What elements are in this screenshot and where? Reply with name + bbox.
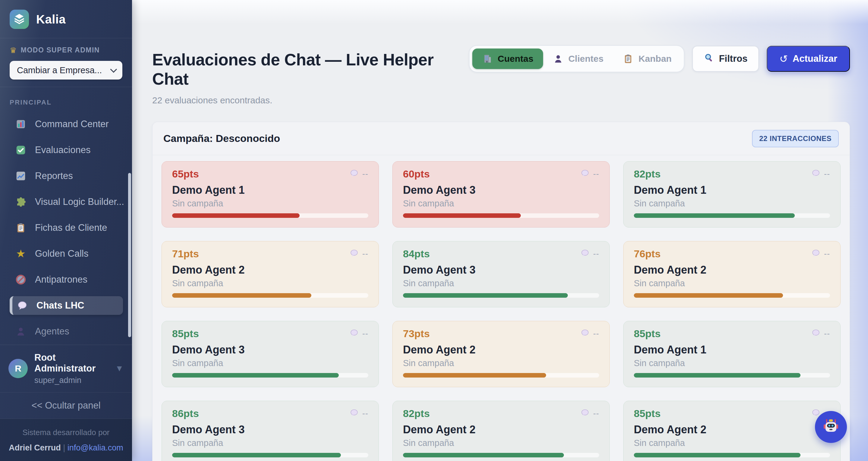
card-top: 82pts--	[403, 408, 599, 419]
evaluation-card[interactable]: 85pts--Demo Agent 1Sin campaña	[623, 321, 841, 387]
agent-name: Demo Agent 3	[172, 343, 368, 356]
chat-meta: --	[362, 409, 368, 418]
score-bar	[634, 453, 830, 457]
sidebar-item-label: Command Center	[35, 119, 109, 129]
puzzle-icon	[14, 195, 27, 208]
user-meta: Root Administrator super_admin	[34, 352, 108, 385]
sidebar-item-antipatrones[interactable]: Antipatrones	[10, 270, 123, 289]
chat-meta: --	[824, 329, 830, 338]
user-role: super_admin	[34, 376, 108, 385]
evaluation-card[interactable]: 85pts--Demo Agent 2Sin campaña	[623, 401, 841, 461]
campaign-panel: Campaña: Desconocido 22 INTERACCIONES 65…	[152, 122, 850, 461]
evaluation-card[interactable]: 73pts--Demo Agent 2Sin campaña	[393, 321, 610, 387]
sidebar-footer: Sistema desarrollado por Adriel Cerrud |…	[0, 419, 132, 461]
evaluation-cards-grid: 65pts--Demo Agent 1Sin campaña60pts--Dem…	[153, 155, 849, 461]
sidebar-item-chats-lhc[interactable]: Chats LHC	[10, 296, 123, 315]
sidebar-item-golden-calls[interactable]: ★Golden Calls	[10, 244, 123, 263]
evaluation-card[interactable]: 71pts--Demo Agent 2Sin campaña	[161, 241, 379, 307]
developer-name: Adriel Cerrud	[9, 443, 61, 452]
brand: Kalia	[0, 0, 132, 38]
evaluation-card[interactable]: 60pts--Demo Agent 3Sin campaña	[393, 161, 610, 227]
sidebar-item-label: Golden Calls	[35, 248, 88, 259]
campaign-title: Campaña: Desconocido	[163, 132, 280, 144]
sidebar-item-fichas-de-cliente[interactable]: Fichas de Cliente	[10, 218, 123, 237]
footer-separator: |	[63, 443, 65, 452]
chat-meta: --	[824, 169, 830, 179]
crown-icon: ♛	[10, 47, 17, 54]
card-meta: --	[581, 169, 599, 179]
sidebar-item-command-center[interactable]: Command Center	[10, 115, 123, 133]
refresh-icon: ↺	[779, 53, 788, 65]
score-bar	[172, 453, 368, 457]
super-admin-label: ♛ MODO SUPER ADMIN	[10, 46, 122, 54]
sidebar-item-visual-logic-builder[interactable]: Visual Logic Builder...	[10, 192, 123, 211]
evaluation-card[interactable]: 85pts--Demo Agent 3Sin campaña	[161, 321, 379, 387]
card-top: 85pts--	[634, 328, 830, 339]
chat-bubble-icon	[581, 169, 590, 179]
chat-bubble-icon	[350, 329, 359, 339]
agent-name: Demo Agent 3	[403, 184, 599, 196]
section-label-principal: PRINCIPAL	[10, 98, 123, 106]
score-bar-fill	[634, 293, 783, 298]
tab-kanban[interactable]: Kanban	[613, 49, 681, 69]
campaign-panel-header: Campaña: Desconocido 22 INTERACCIONES	[153, 122, 849, 155]
sidebar-item-label: Evaluaciones	[35, 145, 90, 155]
collapse-panel-button[interactable]: << Ocultar panel	[0, 392, 132, 419]
robot-fab[interactable]	[815, 411, 847, 443]
sidebar-item-label: Chats LHC	[36, 300, 84, 311]
chat-meta: --	[362, 329, 368, 338]
score-bar	[403, 373, 599, 377]
developer-email-link[interactable]: info@kalia.com	[67, 443, 123, 452]
score-bar-fill	[172, 453, 341, 457]
score-bar	[634, 213, 830, 218]
chat-meta: --	[593, 169, 599, 179]
evaluation-card[interactable]: 82pts--Demo Agent 2Sin campaña	[393, 401, 610, 461]
agent-name: Demo Agent 1	[634, 184, 830, 196]
footer-credit: Sistema desarrollado por	[5, 428, 127, 437]
sidebar-item-evaluaciones[interactable]: Evaluaciones	[10, 141, 123, 159]
sidebar-item-label: Antipatrones	[35, 274, 87, 285]
evaluation-card[interactable]: 82pts--Demo Agent 1Sin campaña	[623, 161, 841, 227]
tab-clientes[interactable]: Clientes	[543, 49, 613, 69]
chat-bubble-icon	[16, 299, 29, 312]
company-select-value: Cambiar a Empresa...	[17, 65, 102, 75]
sidebar-item-agentes[interactable]: Agentes	[10, 322, 123, 341]
chat-meta: --	[593, 329, 599, 338]
user-menu[interactable]: R Root Administrator super_admin ▼	[0, 345, 132, 392]
card-meta: --	[350, 329, 368, 339]
evaluation-card[interactable]: 84pts--Demo Agent 3Sin campaña	[393, 241, 610, 307]
company-select[interactable]: Cambiar a Empresa...	[10, 61, 122, 80]
score-label: 60pts	[403, 168, 430, 180]
score-bar-fill	[172, 213, 300, 218]
evaluation-card[interactable]: 86pts--Demo Agent 3Sin campaña	[161, 401, 379, 461]
card-meta: --	[581, 249, 599, 259]
chat-bubble-icon	[581, 329, 590, 339]
score-bar	[403, 453, 599, 457]
score-bar-fill	[634, 373, 801, 377]
evaluation-card[interactable]: 65pts--Demo Agent 1Sin campaña	[161, 161, 379, 227]
footer-developer-line: Adriel Cerrud | info@kalia.com	[5, 443, 127, 453]
card-meta: --	[581, 329, 599, 339]
filters-button[interactable]: Filtros	[692, 46, 759, 72]
card-top: 82pts--	[634, 168, 830, 180]
agent-name: Demo Agent 1	[172, 184, 368, 196]
score-label: 85pts	[634, 328, 661, 339]
clipboard-icon	[623, 53, 633, 64]
card-meta: --	[811, 169, 830, 179]
sidebar-scrollbar[interactable]	[128, 173, 131, 337]
card-top: 84pts--	[403, 248, 599, 259]
chat-bubble-icon	[350, 249, 359, 259]
campaign-label: Sin campaña	[634, 359, 830, 368]
sidebar-nav: PRINCIPAL Command CenterEvaluacionesRepo…	[0, 87, 132, 345]
sidebar-item-label: Visual Logic Builder...	[35, 196, 124, 207]
robot-icon	[822, 417, 840, 437]
tab-cuentas[interactable]: Cuentas	[472, 49, 543, 69]
score-bar	[172, 213, 368, 218]
building-icon	[482, 53, 493, 64]
refresh-button[interactable]: ↺ Actualizar	[767, 46, 850, 72]
agent-name: Demo Agent 1	[634, 343, 830, 356]
evaluation-card[interactable]: 76pts--Demo Agent 2Sin campaña	[623, 241, 841, 307]
sidebar-item-reportes[interactable]: Reportes	[10, 166, 123, 185]
score-bar	[634, 373, 830, 377]
tab-label: Clientes	[568, 54, 604, 64]
